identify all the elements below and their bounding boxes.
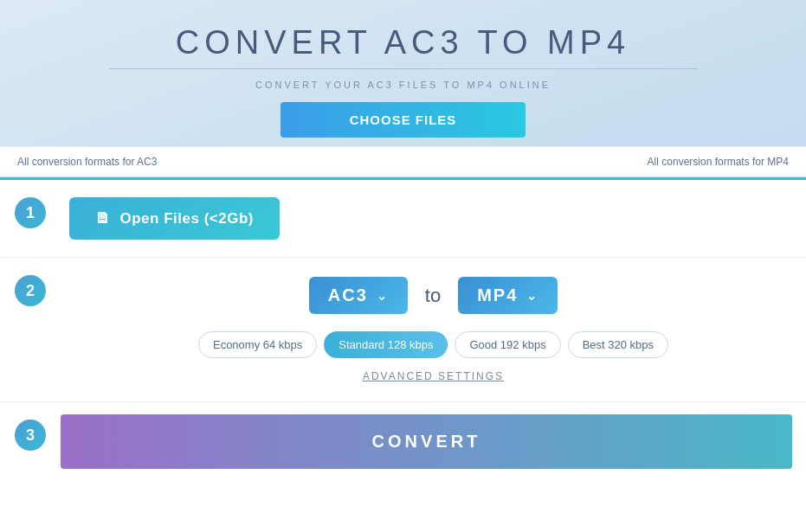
- step-2-content: AC3 ⌄ to MP4 ⌄ Economy 64 kbps Standard …: [61, 258, 806, 401]
- format-bar-right[interactable]: All conversion formats for MP4: [648, 156, 789, 168]
- main-content: 1 🗎 Open Files (<2Gb) 2 AC3: [0, 177, 806, 532]
- quality-good-button[interactable]: Good 192 kbps: [455, 331, 560, 358]
- step-1-content: 🗎 Open Files (<2Gb): [61, 180, 806, 257]
- page-wrapper: CONVERT AC3 TO MP4 CONVERT YOUR AC3 FILE…: [0, 0, 806, 532]
- quality-standard-button[interactable]: Standard 128 kbps: [324, 331, 448, 358]
- header: CONVERT AC3 TO MP4 CONVERT YOUR AC3 FILE…: [0, 0, 806, 146]
- page-subtitle: CONVERT YOUR AC3 FILES TO MP4 ONLINE: [17, 80, 789, 90]
- step-3-number-col: 3: [0, 402, 61, 468]
- step-2-number-col: 2: [0, 258, 61, 324]
- from-format-dropdown[interactable]: AC3 ⌄: [309, 277, 408, 314]
- from-format-chevron-icon: ⌄: [377, 289, 389, 303]
- format-bar: All conversion formats for AC3 All conve…: [0, 146, 806, 177]
- step-3-badge: 3: [15, 420, 46, 451]
- step-3-row: 3 CONVERT: [0, 402, 806, 481]
- top-upload-button[interactable]: CHOOSE FILES: [280, 102, 526, 138]
- convert-button[interactable]: CONVERT: [61, 414, 792, 469]
- to-format-dropdown[interactable]: MP4 ⌄: [458, 277, 558, 314]
- page-title: CONVERT AC3 TO MP4: [17, 24, 789, 61]
- step-1-number-col: 1: [0, 180, 61, 246]
- step-3-content: CONVERT: [61, 402, 806, 481]
- quality-options: Economy 64 kbps Standard 128 kbps Good 1…: [198, 331, 668, 358]
- file-icon: 🗎: [95, 209, 112, 228]
- format-bar-left[interactable]: All conversion formats for AC3: [17, 156, 157, 168]
- format-selectors: AC3 ⌄ to MP4 ⌄: [309, 277, 558, 314]
- title-divider: [109, 68, 698, 69]
- open-files-button[interactable]: 🗎 Open Files (<2Gb): [69, 197, 280, 240]
- step-2-row: 2 AC3 ⌄ to MP4 ⌄ Economy 64 kbps: [0, 258, 806, 402]
- step-1-badge: 1: [15, 197, 46, 228]
- step-1-row: 1 🗎 Open Files (<2Gb): [0, 180, 806, 258]
- to-format-chevron-icon: ⌄: [526, 289, 538, 303]
- advanced-settings-link[interactable]: ADVANCED SETTINGS: [363, 370, 504, 382]
- quality-economy-button[interactable]: Economy 64 kbps: [198, 331, 317, 358]
- step-2-badge: 2: [15, 275, 46, 306]
- to-label: to: [425, 285, 441, 307]
- quality-best-button[interactable]: Best 320 kbps: [568, 331, 668, 358]
